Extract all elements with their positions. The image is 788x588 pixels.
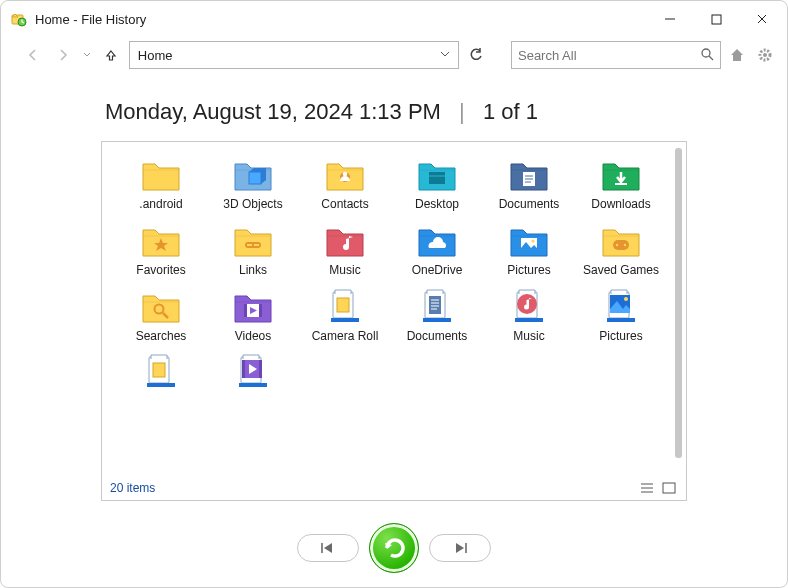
svg-point-49 [624,297,628,301]
lib-camera-icon [323,286,367,326]
status-bar: 20 items [102,476,686,500]
address-path: Home [138,48,436,63]
restore-button[interactable] [369,523,419,573]
history-dropdown-icon[interactable] [81,50,93,61]
svg-point-6 [702,49,710,57]
home-icon[interactable] [727,45,747,65]
scrollbar-thumb[interactable] [675,148,682,458]
svg-rect-44 [515,318,543,322]
next-version-button[interactable] [429,534,491,562]
svg-rect-51 [147,383,175,387]
svg-rect-52 [153,363,165,377]
folder-videos-icon [231,286,275,326]
folder-item[interactable]: OneDrive [392,218,482,278]
svg-rect-34 [331,318,359,322]
folder-item[interactable]: .android [116,152,206,212]
minimize-button[interactable] [647,3,693,35]
item-label: Searches [136,330,187,344]
folder-item[interactable]: Music [484,284,574,344]
item-label: Documents [407,330,468,344]
folder-onedrive-icon [415,220,459,260]
item-label: Camera Roll [312,330,379,344]
svg-rect-32 [259,304,262,317]
forward-button[interactable] [51,41,75,69]
folder-item[interactable]: Searches [116,284,206,344]
folder-item[interactable]: Pictures [576,284,666,344]
folder-searches-icon [139,286,183,326]
folder-item[interactable]: Contacts [300,152,390,212]
svg-rect-10 [249,172,261,184]
svg-rect-13 [429,172,445,184]
folder-item[interactable]: Music [300,218,390,278]
navigation-toolbar: Home [1,37,787,75]
folder-item[interactable]: Links [208,218,298,278]
svg-rect-56 [242,360,245,378]
back-button[interactable] [21,41,45,69]
snapshot-page: 1 of 1 [483,99,538,124]
folder-item[interactable]: Camera Roll [300,284,390,344]
folder-item[interactable]: 3D Objects [208,152,298,212]
item-label: Downloads [591,198,650,212]
previous-version-button[interactable] [297,534,359,562]
folder-item[interactable] [208,349,298,395]
folder-item[interactable] [116,349,206,395]
view-details-icon[interactable] [638,480,656,496]
folder-downloads-icon [599,154,643,194]
item-label: Music [329,264,360,278]
lib-blank-icon [139,351,183,391]
svg-rect-22 [254,244,259,246]
svg-point-27 [624,244,626,246]
title-bar: Home - File History [1,1,787,37]
item-label: .android [139,198,182,212]
items-grid: .android 3D Objects Contacts Desktop Doc… [116,152,666,395]
svg-rect-31 [244,304,247,317]
folder-favorites-icon [139,220,183,260]
maximize-button[interactable] [693,3,739,35]
item-label: Videos [235,330,271,344]
svg-point-26 [616,244,618,246]
items-scroll-area[interactable]: .android 3D Objects Contacts Desktop Doc… [102,142,670,476]
folder-item[interactable]: Downloads [576,152,666,212]
folder-item[interactable]: Favorites [116,218,206,278]
svg-rect-35 [337,298,349,312]
item-label: Links [239,264,267,278]
folder-games-icon [599,220,643,260]
item-label: Contacts [321,198,368,212]
search-box[interactable] [511,41,721,69]
svg-rect-37 [423,318,451,322]
folder-item[interactable]: Documents [484,152,574,212]
folder-pictures-icon [507,220,551,260]
folder-item[interactable]: Documents [392,284,482,344]
playback-controls [1,523,787,573]
folder-documents-icon [507,154,551,194]
lib-video-icon [231,351,275,391]
close-button[interactable] [739,3,785,35]
folder-music-icon [323,220,367,260]
refresh-button[interactable] [465,41,487,69]
folder-item[interactable]: Saved Games [576,218,666,278]
item-label: 3D Objects [223,198,282,212]
svg-point-9 [763,53,767,57]
folder-item[interactable]: Pictures [484,218,574,278]
item-label: Pictures [599,330,642,344]
item-count: 20 items [110,481,155,495]
search-icon [700,47,714,64]
content-panel: .android 3D Objects Contacts Desktop Doc… [101,141,687,501]
settings-gear-icon[interactable] [755,45,775,65]
search-input[interactable] [518,48,700,63]
address-bar[interactable]: Home [129,41,459,69]
snapshot-header: Monday, August 19, 2024 1:13 PM | 1 of 1 [1,75,787,135]
folder-item[interactable]: Videos [208,284,298,344]
svg-rect-47 [607,318,635,322]
folder-3d-icon [231,154,275,194]
item-label: Music [513,330,544,344]
folder-item[interactable]: Desktop [392,152,482,212]
up-button[interactable] [99,41,123,69]
view-large-icons-icon[interactable] [660,480,678,496]
item-label: OneDrive [412,264,463,278]
item-label: Desktop [415,198,459,212]
svg-rect-3 [712,15,721,24]
window-title: Home - File History [35,12,146,27]
svg-rect-21 [247,244,252,246]
address-dropdown-icon[interactable] [436,49,454,61]
